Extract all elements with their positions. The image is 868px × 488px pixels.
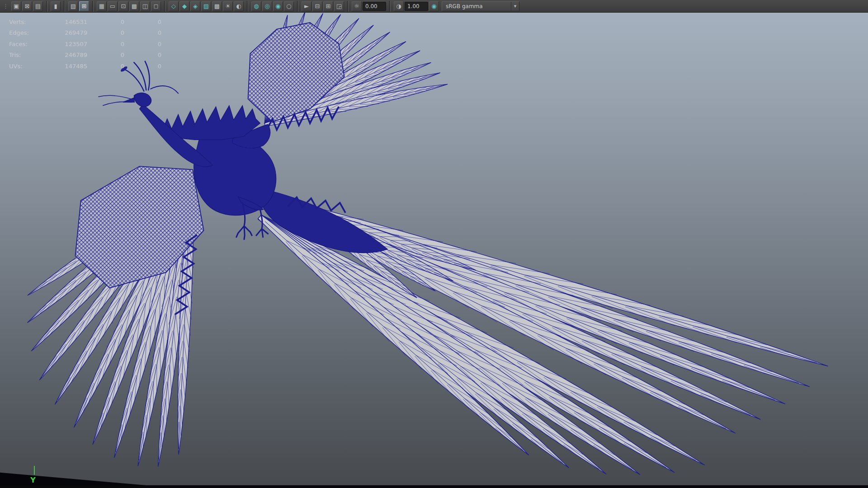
resolution-gate-icon[interactable]: ⊡ [118, 1, 128, 11]
hud-value: 123507 [52, 41, 87, 47]
hud-col2: 0 [87, 19, 124, 25]
hud-col3: 0 [124, 29, 161, 36]
colorspace-value: sRGB gamma [442, 3, 511, 9]
exposure-toggle-icon[interactable]: ☼ [352, 1, 362, 11]
hud-row: Edges: 269479 0 0 [9, 28, 161, 39]
shadows-icon[interactable]: ◐ [234, 1, 244, 11]
smooth-shade-icon[interactable]: ◆ [179, 1, 189, 11]
neck-head [99, 61, 212, 167]
bookmark-icon[interactable]: ▮ [51, 1, 61, 11]
hud-row: UVs: 147485 0 0 [9, 61, 161, 72]
hud-row: Faces: 123507 0 0 [9, 38, 161, 50]
hud-label: Tris: [9, 52, 52, 58]
toolbar-separator [92, 1, 94, 12]
viewport[interactable]: Verts: 146531 0 0 Edges: 269479 0 0 Face… [0, 13, 868, 488]
add-view-icon[interactable]: ⊞ [323, 1, 333, 11]
toolbar-separator [164, 1, 165, 12]
toolbar-grip[interactable]: ⋮ [3, 3, 9, 9]
film-gate-icon[interactable]: ▭ [108, 1, 118, 11]
colorspace-dropdown[interactable]: sRGB gamma ▾ [442, 1, 519, 11]
chevron-down-icon: ▾ [511, 2, 519, 11]
exposure-input[interactable] [363, 2, 386, 11]
hud-col2: 0 [87, 29, 124, 36]
use-default-material-icon[interactable]: ▩ [212, 1, 222, 11]
lock-camera-icon[interactable]: ⊠ [22, 1, 32, 11]
hud-value: 246789 [52, 52, 87, 58]
toolbar-icons: ▣⊠▤▮▧⊞▦▭⊡▩◫◻◇◆◈▨▩☀◐◍◎◉○►⊟⊞◲ [11, 1, 344, 12]
multisample-icon[interactable]: ◉ [273, 1, 283, 11]
grid-icon[interactable]: ▦ [97, 1, 107, 11]
safe-action-icon[interactable]: ◫ [140, 1, 150, 11]
toolbar-separator [46, 1, 47, 12]
hud-col3: 0 [124, 19, 161, 25]
bottom-strip [0, 485, 868, 488]
occlusion-icon[interactable]: ◍ [251, 1, 261, 11]
hud-col2: 0 [87, 63, 124, 70]
hud-label: Edges: [9, 29, 52, 36]
hud-row: Tris: 246789 0 0 [9, 50, 161, 61]
motion-blur-icon[interactable]: ◎ [262, 1, 272, 11]
hud-row: Verts: 146531 0 0 [9, 16, 161, 28]
color-management-icon[interactable]: ◉ [429, 1, 439, 11]
toolbar-separator [347, 1, 349, 12]
depth-peeling-icon[interactable]: ○ [284, 1, 294, 11]
toolbar-separator [247, 1, 248, 12]
y-axis-label: Y [30, 476, 36, 484]
gamma-toggle-icon[interactable]: ◑ [394, 1, 404, 11]
polycount-hud: Verts: 146531 0 0 Edges: 269479 0 0 Face… [9, 16, 161, 72]
hud-col3: 0 [124, 52, 161, 58]
toolbar-separator [297, 1, 298, 12]
camera-attributes-icon[interactable]: ▤ [33, 1, 43, 11]
toolbar-separator [64, 1, 65, 12]
hud-value: 146531 [52, 19, 87, 25]
two-d-pan-zoom-icon[interactable]: ⊞ [79, 1, 89, 11]
hud-label: Faces: [9, 41, 52, 47]
snapshot-icon[interactable]: ◲ [334, 1, 344, 11]
hud-value: 147485 [52, 63, 87, 70]
hud-value: 269479 [52, 29, 87, 36]
lighting-icon[interactable]: ☀ [223, 1, 233, 11]
hud-col2: 0 [87, 41, 124, 47]
wireframe-on-shaded-icon[interactable]: ◈ [190, 1, 200, 11]
subtract-view-icon[interactable]: ⊟ [312, 1, 322, 11]
toolbar-separator [389, 1, 391, 12]
textured-icon[interactable]: ▨ [201, 1, 211, 11]
hud-label: UVs: [9, 63, 52, 70]
safe-title-icon[interactable]: ◻ [151, 1, 161, 11]
gamma-input[interactable] [405, 2, 428, 11]
panel-toolbar: ⋮ ▣⊠▤▮▧⊞▦▭⊡▩◫◻◇◆◈▨▩☀◐◍◎◉○►⊟⊞◲ ☼ ◑ ◉ sRGB… [0, 0, 868, 13]
hud-label: Verts: [9, 19, 52, 25]
wireframe-phoenix: Y [0, 13, 868, 488]
hud-col2: 0 [87, 52, 124, 58]
hud-col3: 0 [124, 63, 161, 70]
gate-mask-icon[interactable]: ▩ [129, 1, 139, 11]
isolate-select-icon[interactable]: ► [302, 1, 311, 11]
hud-col3: 0 [124, 41, 161, 47]
select-camera-icon[interactable]: ▣ [11, 1, 21, 11]
wireframe-icon[interactable]: ◇ [169, 1, 179, 11]
image-plane-icon[interactable]: ▧ [68, 1, 78, 11]
